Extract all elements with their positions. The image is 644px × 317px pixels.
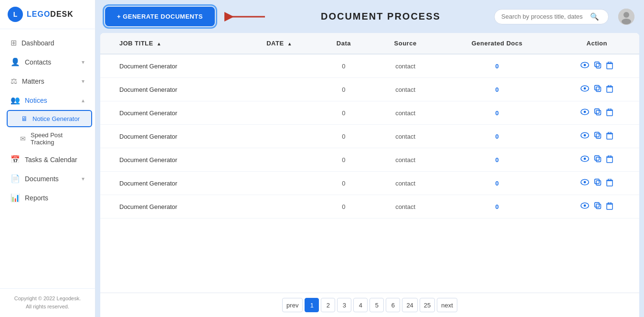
col-date[interactable]: DATE ▲: [243, 33, 316, 54]
svg-point-6: [584, 64, 586, 66]
copy-icon[interactable]: [594, 178, 602, 188]
table-header-row: JOB TITLE ▲ DATE ▲ Data Source Generated…: [100, 33, 639, 54]
pagination-page-3[interactable]: 3: [337, 298, 351, 312]
copy-icon[interactable]: [594, 131, 602, 141]
svg-rect-28: [596, 134, 601, 139]
view-icon[interactable]: [581, 109, 589, 117]
sidebar-item-contacts[interactable]: 👤 Contacts ▾: [3, 53, 92, 71]
delete-icon[interactable]: [606, 132, 613, 141]
delete-icon[interactable]: [606, 155, 613, 164]
table-row: Document Generator 0 contact 0: [100, 148, 639, 172]
delete-icon[interactable]: [606, 109, 613, 118]
svg-rect-36: [595, 156, 600, 161]
contacts-icon: 👤: [11, 57, 20, 66]
chevron-down-icon: ▾: [82, 59, 84, 66]
cell-job-title: Document Generator: [100, 101, 243, 125]
sidebar-item-tasks-calendar[interactable]: 📅 Tasks & Calendar: [3, 150, 92, 169]
pagination-page-6[interactable]: 6: [386, 298, 400, 312]
cell-job-title: Document Generator: [100, 172, 243, 195]
cell-date: [243, 101, 316, 125]
sidebar-item-documents[interactable]: 📄 Documents ▾: [3, 169, 92, 188]
view-icon[interactable]: [581, 132, 589, 141]
svg-rect-51: [607, 204, 612, 209]
copy-icon[interactable]: [594, 155, 602, 164]
copy-icon[interactable]: [594, 202, 602, 211]
reports-icon: 📊: [11, 193, 20, 202]
sidebar-item-notices[interactable]: 👥 Notices ▴: [3, 91, 92, 109]
document-process-table: JOB TITLE ▲ DATE ▲ Data Source Generated…: [100, 33, 639, 293]
sidebar-item-speed-post-tracking[interactable]: ✉ Speed Post Tracking: [7, 128, 92, 150]
chevron-down-icon: ▾: [82, 175, 84, 182]
svg-rect-30: [607, 134, 612, 139]
svg-rect-42: [596, 181, 601, 186]
pagination-page-2[interactable]: 2: [321, 298, 335, 312]
cell-generated-docs: 0: [440, 54, 555, 78]
pagination-page-1[interactable]: 1: [305, 298, 319, 312]
cell-date: [243, 54, 316, 78]
col-generated-docs: Generated Docs: [440, 33, 555, 54]
view-icon[interactable]: [581, 85, 589, 94]
sidebar-item-dashboard[interactable]: ⊞ Dashboard: [3, 33, 92, 52]
svg-rect-35: [596, 157, 601, 162]
pagination-prev[interactable]: prev: [282, 298, 303, 312]
sidebar-item-reports[interactable]: 📊 Reports: [3, 188, 92, 207]
cell-generated-docs: 0: [440, 195, 555, 219]
col-source: Source: [371, 33, 440, 54]
cell-data: 0: [316, 195, 371, 219]
svg-rect-49: [596, 204, 601, 209]
view-icon[interactable]: [581, 202, 589, 211]
svg-rect-11: [608, 62, 611, 63]
sidebar-item-matters[interactable]: ⚖ Matters ▾: [3, 72, 92, 90]
col-job-title[interactable]: JOB TITLE ▲: [100, 33, 243, 54]
user-avatar-icon: [618, 9, 634, 25]
svg-rect-9: [607, 64, 612, 69]
notices-subnav: 🖥 Notice Generator ✉ Speed Post Tracking: [0, 110, 95, 150]
avatar[interactable]: [618, 9, 634, 25]
copy-icon[interactable]: [594, 108, 602, 118]
cell-date: [243, 148, 316, 172]
svg-rect-22: [595, 109, 600, 114]
copy-icon[interactable]: [594, 61, 602, 71]
cell-source: contact: [371, 101, 440, 125]
logo-text: LEGODESK: [27, 10, 74, 19]
sidebar-item-label: Tasks & Calendar: [25, 156, 77, 164]
view-icon[interactable]: [581, 155, 589, 164]
delete-icon[interactable]: [606, 202, 613, 211]
search-icon: 🔍: [590, 12, 599, 21]
delete-icon[interactable]: [606, 85, 613, 94]
table-row: Document Generator 0 contact 0: [100, 195, 639, 219]
sidebar-subitem-label: Speed Post Tracking: [31, 131, 84, 146]
cell-generated-docs: 0: [440, 148, 555, 172]
pagination-page-5[interactable]: 5: [370, 298, 384, 312]
sidebar-item-label: Contacts: [25, 58, 51, 66]
speed-post-icon: ✉: [20, 135, 26, 142]
cell-data: 0: [316, 172, 371, 195]
search-input[interactable]: [501, 13, 587, 20]
cell-source: contact: [371, 54, 440, 78]
logo-icon: L: [8, 7, 23, 22]
col-data: Data: [316, 33, 371, 54]
delete-icon[interactable]: [606, 179, 613, 188]
pagination-page-25[interactable]: 25: [420, 298, 435, 312]
pagination-page-4[interactable]: 4: [353, 298, 368, 312]
pagination-next[interactable]: next: [437, 298, 457, 312]
cell-source: contact: [371, 78, 440, 101]
cell-job-title: Document Generator: [100, 78, 243, 101]
cell-data: 0: [316, 101, 371, 125]
svg-rect-50: [595, 203, 600, 208]
delete-icon[interactable]: [606, 62, 613, 71]
svg-point-27: [584, 134, 586, 137]
copy-icon[interactable]: [594, 85, 602, 94]
view-icon[interactable]: [581, 62, 589, 70]
svg-point-3: [623, 12, 629, 18]
generate-documents-button[interactable]: + GENERATE DOCUMENTS: [105, 7, 215, 26]
sort-icon: ▲: [157, 41, 161, 46]
sidebar-item-notice-generator[interactable]: 🖥 Notice Generator: [7, 110, 92, 127]
cell-action: [555, 54, 639, 78]
page-header: + GENERATE DOCUMENTS DOCUMENT PROCESS 🔍: [95, 0, 644, 33]
sort-icon: ▲: [287, 41, 292, 46]
cell-action: [555, 148, 639, 172]
view-icon[interactable]: [581, 179, 589, 187]
table-row: Document Generator 0 contact 0: [100, 101, 639, 125]
pagination-page-24[interactable]: 24: [402, 298, 417, 312]
